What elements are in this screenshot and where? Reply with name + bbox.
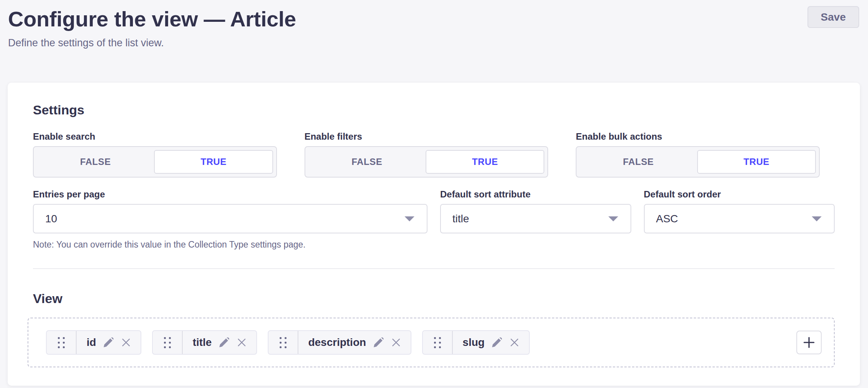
view-field-layout-area: id title <box>28 318 835 367</box>
edit-field-icon[interactable] <box>491 337 503 348</box>
default-sort-attribute-select[interactable]: title <box>440 204 631 233</box>
field-pill-description: description <box>268 330 411 355</box>
edit-field-icon[interactable] <box>373 337 384 348</box>
edit-field-icon[interactable] <box>103 337 114 348</box>
drag-handle-icon[interactable] <box>153 331 183 354</box>
default-sort-attribute-field: Default sort attribute title <box>440 189 631 250</box>
configure-view-page: Configure the view — Article Define the … <box>0 0 868 386</box>
save-button[interactable]: Save <box>807 6 859 28</box>
default-sort-attribute-value: title <box>452 213 469 225</box>
enable-search-false-option[interactable]: FALSE <box>37 150 154 174</box>
plus-icon <box>802 335 816 350</box>
enable-bulk-actions-false-option[interactable]: FALSE <box>580 150 697 174</box>
drag-handle-icon[interactable] <box>269 331 298 354</box>
enable-search-toggle: FALSE TRUE <box>33 146 277 178</box>
entries-per-page-value: 10 <box>45 213 57 225</box>
default-sort-order-field: Default sort order ASC <box>644 189 835 250</box>
edit-field-icon[interactable] <box>218 337 230 348</box>
enable-search-label: Enable search <box>33 131 292 142</box>
default-sort-order-value: ASC <box>656 213 678 225</box>
field-pill-label: slug <box>463 336 485 349</box>
drag-handle-icon[interactable] <box>47 331 77 354</box>
enable-filters-field: Enable filters FALSE TRUE <box>305 131 563 178</box>
default-sort-order-select[interactable]: ASC <box>644 204 835 233</box>
remove-field-icon[interactable] <box>121 337 131 348</box>
remove-field-icon[interactable] <box>391 337 401 348</box>
chevron-down-icon <box>811 215 822 222</box>
entries-per-page-field: Entries per page 10 Note: You can overri… <box>33 189 427 250</box>
entries-per-page-note: Note: You can override this value in the… <box>33 240 427 250</box>
chevron-down-icon <box>608 215 619 222</box>
entries-per-page-select[interactable]: 10 <box>33 204 427 233</box>
remove-field-icon[interactable] <box>236 337 247 348</box>
add-field-button[interactable] <box>796 331 822 354</box>
field-pill-label: title <box>193 336 212 349</box>
field-pill-label: id <box>87 336 96 349</box>
enable-bulk-actions-toggle: FALSE TRUE <box>576 146 820 178</box>
drag-handle-icon[interactable] <box>423 331 453 354</box>
enable-filters-true-option[interactable]: TRUE <box>426 150 544 174</box>
enable-search-true-option[interactable]: TRUE <box>154 150 273 174</box>
enable-bulk-actions-label: Enable bulk actions <box>576 131 835 142</box>
field-pill-label: description <box>308 336 366 349</box>
view-section-title: View <box>33 291 835 306</box>
page-subtitle: Define the settings of the list view. <box>8 37 859 49</box>
settings-section-title: Settings <box>33 103 835 117</box>
settings-card: Settings Enable search FALSE TRUE Enable… <box>8 83 860 386</box>
chevron-down-icon <box>404 215 415 222</box>
section-divider <box>33 268 835 269</box>
enable-filters-false-option[interactable]: FALSE <box>308 150 426 174</box>
default-sort-order-label: Default sort order <box>644 189 835 200</box>
default-sort-attribute-label: Default sort attribute <box>440 189 631 200</box>
page-title: Configure the view — Article <box>8 6 859 32</box>
enable-search-field: Enable search FALSE TRUE <box>33 131 292 178</box>
entries-per-page-label: Entries per page <box>33 189 427 200</box>
enable-bulk-actions-field: Enable bulk actions FALSE TRUE <box>576 131 835 178</box>
settings-grid: Enable search FALSE TRUE Enable filters … <box>33 131 835 250</box>
enable-filters-toggle: FALSE TRUE <box>305 146 549 178</box>
field-pill-slug: slug <box>422 330 530 355</box>
remove-field-icon[interactable] <box>509 337 520 348</box>
enable-filters-label: Enable filters <box>305 131 563 142</box>
enable-bulk-actions-true-option[interactable]: TRUE <box>697 150 816 174</box>
field-pill-id: id <box>46 330 141 355</box>
page-header: Configure the view — Article Define the … <box>0 0 868 49</box>
field-pill-title: title <box>152 330 257 355</box>
